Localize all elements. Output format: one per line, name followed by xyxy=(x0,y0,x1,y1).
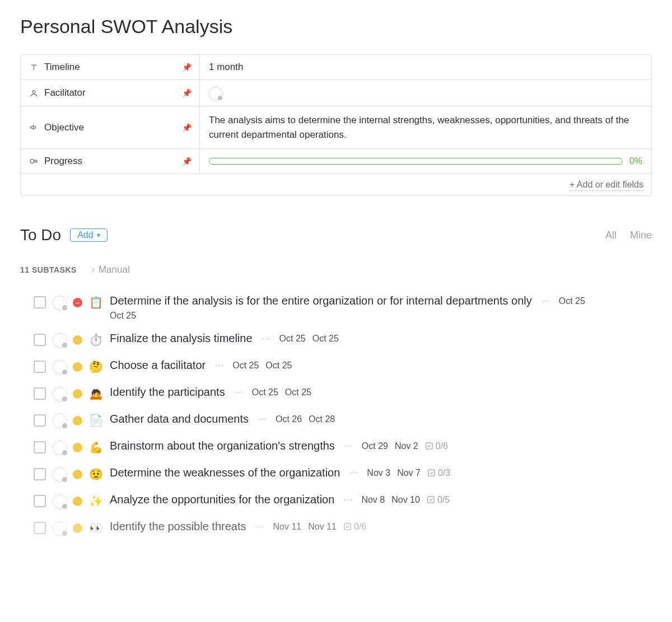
unassigned-avatar-icon[interactable] xyxy=(53,467,66,481)
unassigned-avatar-icon[interactable] xyxy=(53,360,66,373)
task-emoji-icon: ✨ xyxy=(89,493,103,509)
task-checkbox[interactable] xyxy=(34,522,46,534)
task-row[interactable]: 😟Determine the weaknesses of the organiz… xyxy=(34,461,652,488)
field-facilitator: Facilitator 📌 xyxy=(21,80,651,106)
task-due-date[interactable]: Oct 25 xyxy=(110,311,652,321)
task-due-date[interactable]: Oct 25 xyxy=(265,361,292,371)
unassigned-avatar-icon[interactable] xyxy=(53,414,66,427)
unassigned-avatar-icon[interactable] xyxy=(53,387,66,400)
task-title[interactable]: Choose a facilitator xyxy=(110,359,206,372)
task-start-date[interactable]: Oct 25 xyxy=(232,361,259,371)
add-edit-fields-link[interactable]: + Add or edit fields xyxy=(570,180,643,191)
field-objective-value[interactable]: The analysis aims to determine the inter… xyxy=(200,106,651,148)
filter-mine[interactable]: Mine xyxy=(630,230,652,241)
task-checkbox[interactable] xyxy=(34,414,46,427)
task-checkbox[interactable] xyxy=(34,334,46,346)
task-title[interactable]: Gather data and documents xyxy=(110,413,249,425)
task-due-date[interactable]: Nov 2 xyxy=(395,441,418,451)
priority-normal-icon[interactable] xyxy=(73,470,82,479)
task-start-date[interactable]: Nov 11 xyxy=(273,522,301,532)
task-start-date[interactable]: Oct 25 xyxy=(279,334,306,344)
task-due-date[interactable]: Nov 10 xyxy=(391,495,420,505)
priority-normal-icon[interactable] xyxy=(73,523,82,533)
pin-icon[interactable]: 📌 xyxy=(182,88,192,97)
field-timeline-value[interactable]: 1 month xyxy=(200,55,651,79)
task-row[interactable]: –📋Determine if the analysis is for the e… xyxy=(34,289,652,326)
task-start-date[interactable]: Oct 26 xyxy=(276,414,302,424)
task-row[interactable]: 💪Brainstorm about the organization's str… xyxy=(34,434,652,461)
field-facilitator-label-text: Facilitator xyxy=(44,87,86,99)
drag-handle-icon[interactable]: ⋯ xyxy=(539,296,552,306)
drag-handle-icon[interactable]: ⋯ xyxy=(212,360,226,371)
pin-icon[interactable]: 📌 xyxy=(182,63,192,72)
pin-icon[interactable]: 📌 xyxy=(182,123,192,132)
task-start-date[interactable]: Nov 8 xyxy=(361,495,385,505)
task-checkbox[interactable] xyxy=(34,296,46,308)
task-title[interactable]: Brainstorm about the organization's stre… xyxy=(110,439,335,452)
svg-rect-3 xyxy=(426,443,432,449)
priority-normal-icon[interactable] xyxy=(73,497,82,506)
task-checkbox[interactable] xyxy=(34,387,46,400)
task-title[interactable]: Identify the participants xyxy=(110,386,225,399)
drag-handle-icon[interactable]: ⋯ xyxy=(259,333,273,344)
task-start-date[interactable]: Oct 25 xyxy=(559,296,585,306)
field-facilitator-label[interactable]: Facilitator 📌 xyxy=(21,80,200,106)
task-checkbox[interactable] xyxy=(34,468,46,480)
checklist-count[interactable]: 0/5 xyxy=(427,495,450,505)
drag-handle-icon[interactable]: ⋯ xyxy=(342,441,355,451)
add-task-button[interactable]: Add xyxy=(70,228,107,242)
field-timeline-label[interactable]: Timeline 📌 xyxy=(21,55,200,79)
field-facilitator-value[interactable] xyxy=(200,80,651,106)
task-row[interactable]: ⏱️Finalize the analysis timeline⋯Oct 25O… xyxy=(34,326,652,353)
priority-normal-icon[interactable] xyxy=(73,443,82,452)
task-body: Identify the participants⋯Oct 25Oct 25 xyxy=(110,386,652,399)
task-start-date[interactable]: Oct 29 xyxy=(362,441,388,451)
drag-handle-icon[interactable]: ⋯ xyxy=(253,521,266,532)
task-row[interactable]: ✨Analyze the opportunities for the organ… xyxy=(34,488,652,515)
drag-handle-icon[interactable]: ⋯ xyxy=(232,387,245,397)
task-title[interactable]: Analyze the opportunities for the organi… xyxy=(110,493,334,506)
task-due-date[interactable]: Oct 25 xyxy=(312,334,339,344)
task-emoji-icon: 👀 xyxy=(89,520,103,536)
unassigned-avatar-icon[interactable] xyxy=(53,521,66,535)
task-title[interactable]: Determine if the analysis is for the ent… xyxy=(110,294,532,307)
task-due-date[interactable]: Nov 7 xyxy=(397,468,421,478)
task-title[interactable]: Determine the weaknesses of the organiza… xyxy=(110,466,340,479)
unassigned-avatar-icon[interactable] xyxy=(53,296,66,309)
task-row[interactable]: 🙇Identify the participants⋯Oct 25Oct 25 xyxy=(34,380,652,407)
checklist-count[interactable]: 0/3 xyxy=(427,468,450,478)
sort-toggle[interactable]: ↑ Manual xyxy=(91,264,130,275)
drag-handle-icon[interactable]: ⋯ xyxy=(255,414,269,424)
unassigned-avatar-icon[interactable] xyxy=(53,333,66,347)
task-row[interactable]: 📄Gather data and documents⋯Oct 26Oct 28 xyxy=(34,407,652,434)
drag-handle-icon[interactable]: ⋯ xyxy=(341,494,354,505)
task-start-date[interactable]: Nov 3 xyxy=(367,468,390,478)
priority-normal-icon[interactable] xyxy=(73,335,82,345)
task-row[interactable]: 🤔Choose a facilitator⋯Oct 25Oct 25 xyxy=(34,353,652,380)
filter-all[interactable]: All xyxy=(605,230,617,241)
checklist-count[interactable]: 0/6 xyxy=(343,522,366,532)
unassigned-avatar-icon[interactable] xyxy=(53,441,66,454)
task-checkbox[interactable] xyxy=(34,441,46,453)
drag-handle-icon[interactable]: ⋯ xyxy=(347,467,360,478)
task-row[interactable]: 👀Identify the possible threats⋯Nov 11Nov… xyxy=(34,515,652,541)
unassigned-avatar-icon[interactable] xyxy=(53,494,66,508)
field-progress-value[interactable]: 0% xyxy=(200,149,651,174)
task-start-date[interactable]: Oct 25 xyxy=(252,387,278,397)
task-due-date[interactable]: Nov 11 xyxy=(308,522,337,532)
field-progress-label[interactable]: Progress 📌 xyxy=(21,149,200,174)
task-due-date[interactable]: Oct 28 xyxy=(309,414,335,424)
priority-normal-icon[interactable] xyxy=(73,362,82,372)
task-title[interactable]: Finalize the analysis timeline xyxy=(110,332,253,345)
unassigned-avatar-icon[interactable] xyxy=(209,87,221,99)
checklist-count[interactable]: 0/6 xyxy=(425,441,448,451)
task-title[interactable]: Identify the possible threats xyxy=(110,520,246,533)
priority-normal-icon[interactable] xyxy=(73,416,82,425)
pin-icon[interactable]: 📌 xyxy=(182,157,192,166)
task-due-date[interactable]: Oct 25 xyxy=(285,387,311,397)
task-checkbox[interactable] xyxy=(34,495,46,507)
task-checkbox[interactable] xyxy=(34,361,46,373)
priority-normal-icon[interactable] xyxy=(73,389,82,399)
field-objective-label[interactable]: Objective 📌 xyxy=(21,106,200,148)
priority-urgent-icon[interactable]: – xyxy=(73,298,82,307)
